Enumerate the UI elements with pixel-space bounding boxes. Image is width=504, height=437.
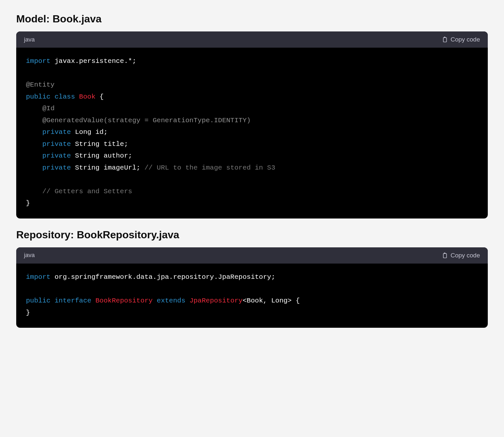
code-block: javaCopy codeimport org.springframework.… — [16, 247, 488, 328]
code-token: org.springframework.data.jpa.repository.… — [51, 273, 275, 281]
code-token — [91, 297, 96, 304]
code-token: Book — [79, 93, 95, 100]
code-token — [26, 128, 42, 136]
copy-code-label: Copy code — [450, 252, 480, 259]
code-block: javaCopy codeimport javax.persistence.*;… — [16, 31, 488, 218]
code-token: import — [26, 57, 51, 65]
clipboard-icon — [441, 36, 448, 43]
code-token — [26, 117, 42, 124]
code-body: import org.springframework.data.jpa.repo… — [16, 264, 488, 328]
code-token: private — [42, 128, 71, 136]
code-token: // Getters and Setters — [42, 188, 132, 195]
code-token: private — [42, 140, 71, 148]
code-token: private — [42, 164, 71, 171]
code-token: } — [26, 199, 30, 207]
code-header: javaCopy code — [16, 247, 488, 264]
code-token — [26, 188, 42, 195]
code-token: class — [54, 93, 75, 100]
svg-rect-0 — [443, 38, 447, 42]
code-token: BookRepository — [95, 297, 152, 304]
code-token — [153, 297, 157, 304]
copy-code-label: Copy code — [450, 36, 480, 43]
code-header: javaCopy code — [16, 31, 488, 48]
code-token: private — [42, 152, 71, 159]
code-body: import javax.persistence.*; @Entity publ… — [16, 48, 488, 218]
code-token: javax.persistence.*; — [51, 57, 137, 65]
code-token: extends — [157, 297, 185, 304]
code-token: @GeneratedValue(strategy = GenerationTyp… — [42, 117, 251, 124]
code-token: import — [26, 273, 51, 281]
clipboard-icon — [441, 252, 448, 259]
code-token — [51, 297, 55, 304]
code-token — [51, 93, 55, 100]
code-token — [186, 297, 190, 304]
copy-code-button[interactable]: Copy code — [441, 36, 480, 43]
copy-code-button[interactable]: Copy code — [441, 252, 480, 259]
svg-rect-1 — [443, 254, 447, 258]
code-token: String imageUrl; — [71, 164, 145, 171]
code-language-label: java — [24, 252, 35, 259]
code-token: @Entity — [26, 81, 54, 89]
code-token — [75, 93, 79, 100]
code-token: public — [26, 297, 51, 304]
section-heading: Model: Book.java — [16, 13, 488, 25]
code-token: public — [26, 93, 51, 100]
code-language-label: java — [24, 36, 35, 43]
code-token: JpaRepository — [189, 297, 243, 304]
section-heading: Repository: BookRepository.java — [16, 229, 488, 241]
code-token: @Id — [42, 105, 54, 112]
code-token: interface — [54, 297, 91, 304]
code-token: // URL to the image stored in S3 — [144, 164, 275, 171]
